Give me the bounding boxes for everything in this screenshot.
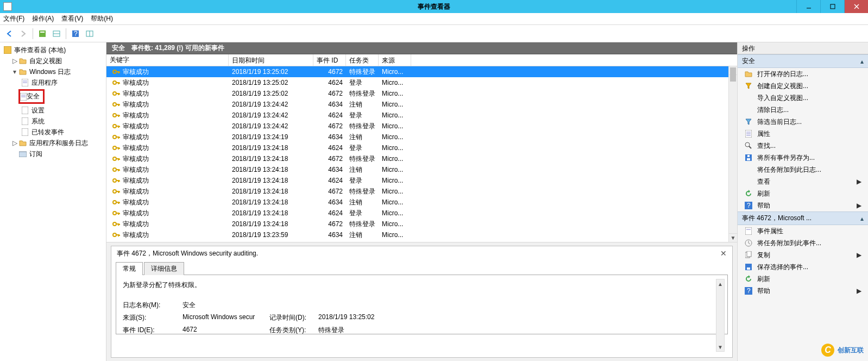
log-name-value: 安全	[183, 301, 269, 310]
menu-help[interactable]: 帮助(H)	[91, 14, 113, 23]
key-icon	[112, 144, 121, 152]
scroll-down-icon[interactable]: ▼	[729, 233, 737, 242]
row-task: 注销	[346, 198, 379, 207]
col-keywords[interactable]: 关键字	[106, 54, 229, 66]
action-event-properties[interactable]: 事件属性	[738, 225, 868, 237]
row-task: 特殊登录	[346, 187, 379, 196]
row-source: Micro...	[379, 122, 411, 130]
tree-application[interactable]: 应用程序	[1, 77, 105, 88]
key-icon	[112, 231, 121, 239]
action-create-custom-view[interactable]: 创建自定义视图...	[738, 80, 868, 92]
action-copy[interactable]: 复制▶	[738, 249, 868, 261]
forward-button[interactable]	[17, 28, 29, 40]
maximize-button[interactable]	[820, 0, 844, 13]
action-refresh[interactable]: 刷新	[738, 188, 868, 200]
scroll-thumb[interactable]	[730, 67, 736, 82]
action-clear-log[interactable]: 清除日志...	[738, 104, 868, 116]
open-folder-icon	[744, 70, 753, 78]
tab-details[interactable]: 详细信息	[144, 262, 184, 275]
row-datetime: 2018/1/19 13:24:18	[229, 166, 313, 173]
expand-icon[interactable]: ▷	[11, 139, 18, 147]
action-attach-task-to-log[interactable]: 将任务附加到此日志...	[738, 164, 868, 176]
action-import-custom-view[interactable]: 导入自定义视图...	[738, 92, 868, 104]
event-row[interactable]: 审核成功2018/1/19 13:24:184672特殊登录Micro...	[106, 219, 737, 229]
action-help-event[interactable]: ?帮助▶	[738, 285, 868, 297]
help-button[interactable]: ?	[70, 28, 81, 40]
col-source[interactable]: 来源	[379, 54, 411, 66]
collapse-icon[interactable]: ▾	[11, 68, 18, 76]
tree-windows-logs[interactable]: ▾Windows 日志	[1, 66, 105, 77]
action-save-all-events-as[interactable]: 将所有事件另存为...	[738, 152, 868, 164]
actions-header: 操作	[738, 42, 868, 54]
action-open-saved-log[interactable]: 打开保存的日志...	[738, 68, 868, 80]
svg-point-91	[745, 142, 750, 147]
action-view[interactable]: 查看▶	[738, 176, 868, 188]
collapse-icon[interactable]: ▴	[860, 215, 864, 222]
log-icon	[21, 128, 29, 136]
tab-general[interactable]: 常规	[116, 262, 143, 275]
expand-icon[interactable]: ▷	[11, 57, 18, 65]
event-row[interactable]: 审核成功2018/1/19 13:25:024672特殊登录Micro...	[106, 66, 737, 77]
svg-point-79	[113, 222, 116, 226]
action-filter-current-log[interactable]: 筛选当前日志...	[738, 116, 868, 128]
event-row[interactable]: 审核成功2018/1/19 13:25:024624登录Micro...	[106, 77, 737, 88]
actions-section-event[interactable]: 事件 4672，Microsoft ...▴	[738, 211, 868, 225]
tree-subscriptions[interactable]: 订阅	[1, 148, 105, 159]
col-event-id[interactable]: 事件 ID	[313, 54, 346, 66]
tree-custom-views[interactable]: ▷自定义视图	[1, 55, 105, 66]
event-row[interactable]: 审核成功2018/1/19 13:24:184672特殊登录Micro...	[106, 186, 737, 197]
save-icon	[744, 263, 753, 271]
svg-point-63	[113, 179, 116, 182]
row-datetime: 2018/1/19 13:24:42	[229, 101, 313, 108]
row-event-id: 4672	[313, 90, 346, 97]
row-task: 注销	[346, 100, 379, 109]
collapse-icon[interactable]: ▴	[860, 58, 864, 65]
tree-forwarded[interactable]: 已转发事件	[1, 127, 105, 138]
action-find[interactable]: 查找...	[738, 140, 868, 152]
actions-section-security[interactable]: 安全▴	[738, 54, 868, 68]
pane-2-button[interactable]	[84, 28, 96, 40]
minimize-button[interactable]	[796, 0, 820, 13]
event-row[interactable]: 审核成功2018/1/19 13:25:024672特殊登录Micro...	[106, 88, 737, 99]
tree-app-service-logs[interactable]: ▷应用程序和服务日志	[1, 138, 105, 148]
action-properties[interactable]: 属性	[738, 128, 868, 140]
event-row[interactable]: 审核成功2018/1/19 13:24:184672特殊登录Micro...	[106, 153, 737, 164]
event-row[interactable]: 审核成功2018/1/19 13:24:424634注销Micro...	[106, 99, 737, 110]
show-tree-button[interactable]	[36, 28, 48, 40]
event-row[interactable]: 审核成功2018/1/19 13:24:184634注销Micro...	[106, 164, 737, 175]
event-row[interactable]: 审核成功2018/1/19 13:24:424624登录Micro...	[106, 110, 737, 121]
watermark-logo-icon: C	[821, 344, 834, 357]
scroll-down-icon[interactable]: ▼	[716, 343, 724, 351]
refresh-icon	[744, 275, 753, 283]
menu-view[interactable]: 查看(V)	[61, 14, 83, 23]
event-row[interactable]: 审核成功2018/1/19 13:24:194634注销Micro...	[106, 132, 737, 142]
event-row[interactable]: 审核成功2018/1/19 13:24:184624登录Micro...	[106, 142, 737, 153]
tree-setup[interactable]: 设置	[1, 105, 105, 116]
col-task-category[interactable]: 任务类别	[346, 54, 379, 66]
row-event-id: 4624	[313, 177, 346, 184]
event-row[interactable]: 审核成功2018/1/19 13:24:184624登录Micro...	[106, 208, 737, 219]
tree-root[interactable]: 事件查看器 (本地)	[1, 45, 105, 55]
tree-system[interactable]: 系统	[1, 116, 105, 127]
back-button[interactable]	[3, 28, 15, 40]
pane-1-button[interactable]	[51, 28, 62, 40]
action-attach-task-to-event[interactable]: 将任务附加到此事件...	[738, 237, 868, 249]
scroll-up-icon[interactable]: ▲	[716, 279, 724, 288]
event-row[interactable]: 审核成功2018/1/19 13:24:424672特殊登录Micro...	[106, 121, 737, 132]
event-row[interactable]: 审核成功2018/1/19 13:24:184634注销Micro...	[106, 197, 737, 208]
action-refresh-event[interactable]: 刷新	[738, 273, 868, 285]
list-header: 关键字 日期和时间 事件 ID 任务类别 来源	[106, 54, 737, 66]
action-help[interactable]: ?帮助▶	[738, 200, 868, 211]
tree-security-highlighted[interactable]: 安全	[18, 89, 45, 104]
source-value: Microsoft Windows secur	[183, 313, 269, 322]
action-save-selected-events[interactable]: 保存选择的事件...	[738, 261, 868, 273]
col-datetime[interactable]: 日期和时间	[229, 54, 313, 66]
event-row[interactable]: 审核成功2018/1/19 13:23:594634注销Micro...	[106, 229, 737, 240]
detail-close-button[interactable]: ✕	[720, 249, 727, 258]
list-scrollbar[interactable]: ▲ ▼	[728, 66, 737, 242]
event-row[interactable]: 审核成功2018/1/19 13:24:184624登录Micro...	[106, 175, 737, 186]
close-button[interactable]	[844, 0, 868, 13]
menu-file[interactable]: 文件(F)	[3, 14, 24, 23]
detail-scrollbar[interactable]: ▲ ▼	[716, 279, 725, 352]
menu-action[interactable]: 操作(A)	[32, 14, 54, 23]
